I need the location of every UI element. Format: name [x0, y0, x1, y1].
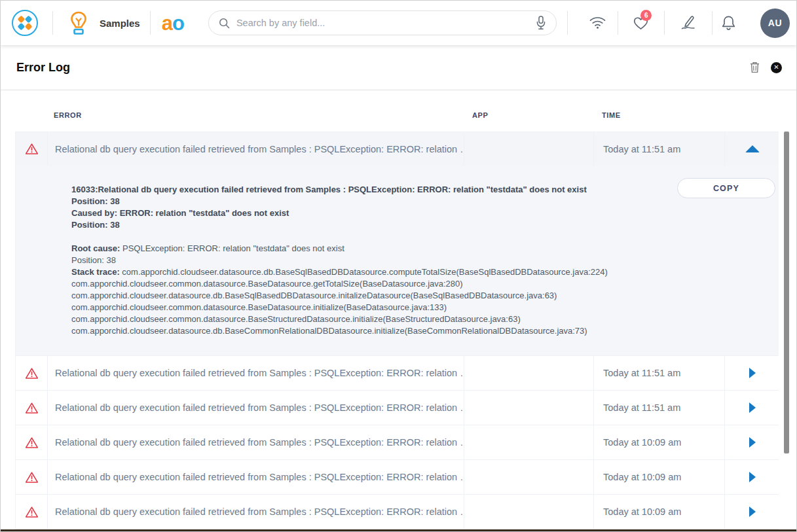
table-row[interactable]: Relational db query execution failed ret… — [15, 425, 779, 459]
divider — [150, 11, 151, 35]
time-cell: Today at 10:09 am — [593, 495, 724, 529]
favorites-button[interactable]: 6 — [618, 1, 664, 45]
divider — [567, 11, 568, 35]
search-input[interactable] — [236, 18, 535, 28]
global-search — [208, 10, 557, 35]
error-message: Relational db query execution failed ret… — [47, 425, 464, 459]
table-row[interactable]: Relational db query execution failed ret… — [15, 355, 779, 390]
home-logo-button[interactable] — [12, 10, 38, 36]
table-row[interactable]: Relational db query execution failed ret… — [15, 132, 779, 166]
search-icon — [219, 18, 230, 29]
expand-row-arrow[interactable] — [749, 472, 756, 482]
app-cell — [464, 132, 593, 166]
expand-row-arrow[interactable] — [749, 368, 756, 378]
collapse-row-arrow[interactable] — [745, 145, 760, 152]
bell-icon — [720, 14, 737, 32]
time-cell: Today at 10:09 am — [593, 425, 724, 459]
error-warning-icon — [25, 402, 39, 414]
detail-summary-line: Caused by: ERROR: relation "testdata" do… — [71, 207, 667, 219]
top-bar: Samples ao — [1, 1, 796, 45]
error-warning-icon — [25, 143, 39, 155]
time-cell: Today at 10:09 am — [593, 460, 724, 494]
error-message: Relational db query execution failed ret… — [47, 391, 464, 425]
page-title: Error Log — [16, 61, 70, 75]
error-warning-icon — [25, 367, 39, 380]
stack-trace-line: com.apporchid.cloudseer.datasource.db.Ba… — [71, 325, 667, 337]
microphone-icon[interactable] — [535, 15, 547, 31]
table-header-row: ERROR APP TIME — [15, 90, 779, 132]
app-cell — [464, 460, 593, 494]
column-header-time: TIME — [593, 103, 724, 119]
close-panel-button[interactable]: ✕ — [771, 62, 782, 73]
error-message: Relational db query execution failed ret… — [47, 356, 464, 390]
stack-trace-line: Stack trace: com.apporchid.cloudseer.dat… — [71, 266, 667, 278]
root-cause-line: Root cause: PSQLException: ERROR: relati… — [71, 243, 667, 255]
error-detail-panel: COPY 16033:Relational db query execution… — [15, 166, 779, 355]
app-cell — [464, 391, 593, 425]
error-warning-icon — [25, 471, 39, 484]
table-row[interactable]: Relational db query execution failed ret… — [15, 390, 779, 425]
apporchid-logo: ao — [162, 13, 184, 33]
window-bottom-edge — [1, 529, 796, 531]
notifications-button[interactable] — [713, 1, 745, 45]
position-line: Position: 38 — [71, 255, 667, 266]
favorites-count-badge: 6 — [640, 10, 652, 21]
pinwheel-logo-icon — [18, 16, 32, 30]
error-message: Relational db query execution failed ret… — [47, 132, 464, 166]
app-cell — [464, 425, 593, 459]
clear-log-trash-button[interactable] — [750, 62, 760, 73]
current-app-button[interactable]: Samples — [68, 10, 150, 35]
app-cell — [464, 495, 593, 529]
detail-summary-line: Position: 38 — [71, 196, 667, 207]
error-message: Relational db query execution failed ret… — [47, 495, 464, 529]
lightbulb-icon — [68, 10, 89, 35]
annotate-button[interactable] — [665, 1, 712, 45]
table-row[interactable]: Relational db query execution failed ret… — [15, 494, 779, 529]
app-cell — [464, 356, 593, 390]
stack-trace-line: com.apporchid.cloudseer.common.datasourc… — [71, 313, 667, 325]
divider — [52, 11, 53, 35]
user-avatar[interactable]: AU — [760, 9, 790, 38]
app-name-label: Samples — [100, 18, 140, 29]
detail-summary-line: Position: 38 — [71, 219, 667, 231]
stack-trace-line: com.apporchid.cloudseer.common.datasourc… — [71, 302, 667, 313]
error-log-header: Error Log ✕ — [1, 45, 796, 90]
stack-trace-line: com.apporchid.cloudseer.datasource.db.Ba… — [71, 290, 667, 302]
expand-row-arrow[interactable] — [749, 506, 756, 517]
app-window: Samples ao — [0, 0, 797, 532]
table-row[interactable]: Relational db query execution failed ret… — [15, 459, 779, 494]
close-icon: ✕ — [773, 64, 779, 71]
time-cell: Today at 11:51 am — [593, 391, 724, 425]
error-warning-icon — [25, 436, 39, 449]
expand-row-arrow[interactable] — [749, 437, 756, 448]
time-cell: Today at 11:51 am — [593, 356, 724, 390]
stack-trace-line: com.apporchid.cloudseer.common.datasourc… — [71, 278, 667, 290]
time-cell: Today at 11:51 am — [593, 132, 724, 166]
column-header-app: APP — [463, 103, 593, 119]
vertical-scrollbar-thumb[interactable] — [784, 132, 789, 453]
error-message: Relational db query execution failed ret… — [47, 460, 464, 494]
error-warning-icon — [25, 506, 39, 518]
expand-row-arrow[interactable] — [749, 402, 756, 413]
signature-pen-icon — [680, 14, 697, 32]
error-table: ERROR APP TIME Relational db query execu… — [15, 90, 779, 532]
wifi-icon — [589, 16, 606, 30]
copy-button[interactable]: COPY — [677, 178, 775, 198]
column-header-error: ERROR — [46, 103, 463, 119]
network-status-button[interactable] — [578, 1, 618, 45]
detail-summary-line: 16033:Relational db query execution fail… — [71, 184, 667, 196]
